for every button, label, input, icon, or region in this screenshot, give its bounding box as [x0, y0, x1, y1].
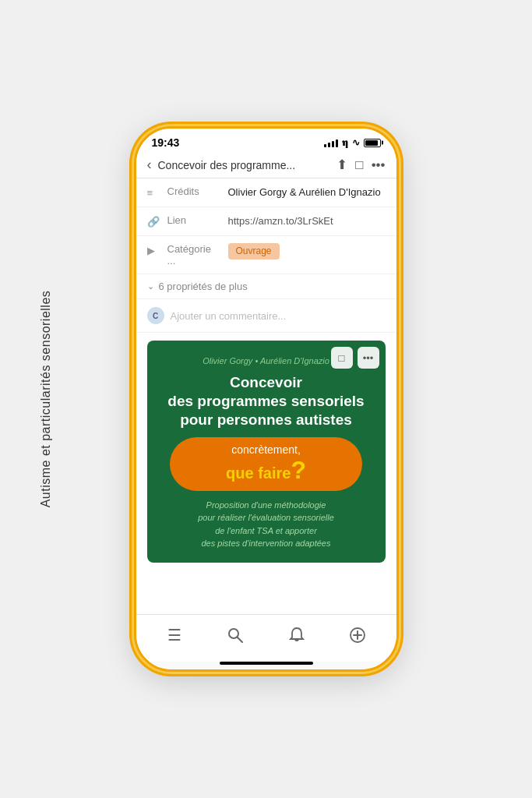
lien-value[interactable]: https://amzn.to/3LrSkEt	[228, 214, 386, 228]
wifi-icon: 𝛈	[342, 136, 348, 149]
home-indicator	[220, 662, 313, 665]
signal-bar-3	[332, 141, 334, 147]
battery-icon	[364, 139, 381, 147]
book-cover-container: □ ••• Olivier Gorgy • Aurélien D'Ignazio…	[147, 341, 386, 562]
tab-menu[interactable]: ☰	[160, 621, 188, 649]
status-bar: 19:43 𝛈 ∿	[136, 129, 396, 152]
nav-icons: ⬆ □ •••	[336, 157, 385, 173]
signal-bar-4	[336, 139, 338, 147]
svg-line-1	[238, 637, 243, 643]
phone-screen: 19:43 𝛈 ∿ ‹ C	[136, 129, 396, 669]
credits-value: Olivier Gorgy & Aurélien D'Ignazio	[228, 185, 386, 200]
nav-bar: ‹ Concevoir des programme... ⬆ □ •••	[136, 152, 396, 178]
more-properties-row[interactable]: ⌄ 6 propriétés de plus	[136, 274, 396, 299]
more-properties-label: 6 propriétés de plus	[159, 281, 248, 292]
chevron-down-icon: ⌄	[147, 281, 154, 291]
credits-row: ≡ Crédits Olivier Gorgy & Aurélien D'Ign…	[136, 178, 396, 207]
book-title: Concevoirdes programmes sensorielspour p…	[167, 373, 364, 429]
book-cover-toolbar: □ •••	[331, 347, 379, 369]
category-icon: ▶	[147, 245, 161, 256]
cover-more-icon[interactable]: •••	[358, 347, 379, 369]
signal-bars-icon	[324, 138, 338, 147]
book-subtitle-badge: concrètement, que faire?	[170, 437, 362, 491]
side-label: Autisme et particularités sensorielles	[39, 291, 53, 508]
lien-row: 🔗 Lien https://amzn.to/3LrSkEt	[136, 207, 396, 236]
tab-bar: ☰	[136, 614, 396, 662]
book-description: Proposition d'une méthodologiepour réali…	[192, 499, 340, 550]
nav-title: Concevoir des programme...	[158, 159, 331, 171]
book-authors: Olivier Gorgy • Aurélien D'Ignazio	[203, 356, 329, 365]
tab-notifications[interactable]	[283, 621, 311, 649]
status-time: 19:43	[152, 136, 180, 149]
share-button[interactable]: ⬆	[336, 157, 347, 173]
badge-line1: concrètement,	[184, 443, 348, 456]
status-icons: 𝛈 ∿	[324, 136, 381, 149]
phone-outer: 19:43 𝛈 ∿ ‹ C	[134, 126, 399, 672]
categorie-row: ▶ Catégorie ... Ouvrage	[136, 236, 396, 274]
phone-device: 19:43 𝛈 ∿ ‹ C	[134, 126, 399, 672]
tab-search[interactable]	[221, 621, 249, 649]
more-nav-button[interactable]: •••	[372, 157, 386, 173]
ouvrage-tag[interactable]: Ouvrage	[228, 243, 280, 260]
content-area: ≡ Crédits Olivier Gorgy & Aurélien D'Ign…	[136, 178, 396, 614]
comment-row: C Ajouter un commentaire...	[136, 299, 396, 333]
cover-comment-icon[interactable]: □	[331, 347, 353, 369]
wifi-symbol: ∿	[352, 137, 360, 148]
lien-link[interactable]: https://amzn.to/3LrSkEt	[228, 215, 333, 227]
question-mark: ?	[291, 456, 306, 484]
credits-icon: ≡	[147, 187, 161, 199]
tab-add[interactable]	[344, 621, 372, 649]
comment-input[interactable]: Ajouter un commentaire...	[171, 310, 287, 322]
categorie-label: Catégorie ...	[167, 243, 222, 267]
signal-bar-2	[328, 143, 330, 147]
credits-label: Crédits	[167, 185, 222, 197]
comment-nav-button[interactable]: □	[355, 157, 363, 173]
back-button[interactable]: ‹	[147, 157, 152, 173]
signal-bar-1	[324, 144, 326, 147]
badge-line2: que faire?	[184, 456, 348, 485]
book-cover: Olivier Gorgy • Aurélien D'Ignazio Conce…	[147, 341, 386, 562]
battery-fill	[365, 140, 378, 146]
categorie-value: Ouvrage	[228, 243, 386, 260]
lien-label: Lien	[167, 214, 222, 226]
comment-avatar: C	[147, 307, 164, 324]
link-icon: 🔗	[147, 216, 161, 228]
